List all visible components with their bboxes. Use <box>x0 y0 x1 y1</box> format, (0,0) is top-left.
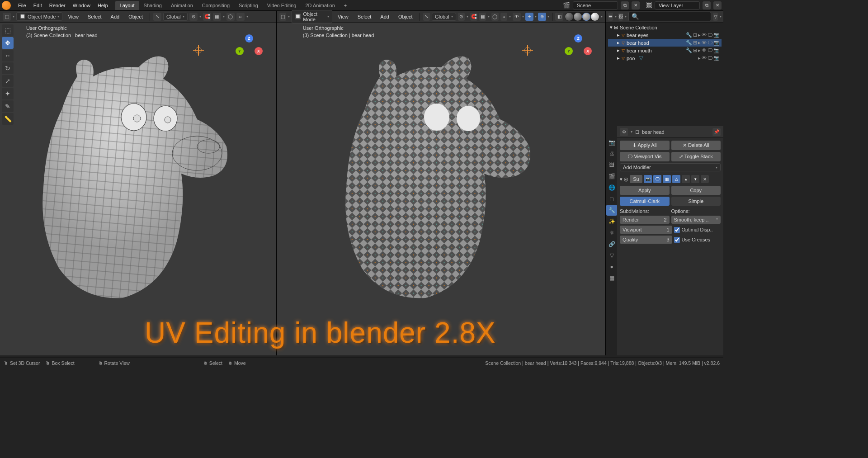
ws-layout[interactable]: Layout <box>115 1 139 10</box>
ptab-world[interactable]: 🌐 <box>606 182 617 193</box>
ws-compositing[interactable]: Compositing <box>198 1 234 10</box>
ws-scripting[interactable]: Scripting <box>234 1 263 10</box>
mode-select[interactable]: 🔲Object Mode▾ <box>292 10 332 24</box>
orientation-icon[interactable]: ⤡ <box>423 13 430 21</box>
snap-target-icon[interactable]: ▦ <box>213 13 221 21</box>
ptab-modifier[interactable]: 🔧 <box>606 205 617 216</box>
simple-button[interactable]: Simple <box>671 197 721 206</box>
ptab-output[interactable]: 🖨 <box>606 148 617 159</box>
add-modifier-dropdown[interactable]: Add Modifier▾ <box>620 163 721 171</box>
copy-button[interactable]: Copy <box>671 186 721 195</box>
filter-icon[interactable]: ▽ <box>713 13 718 21</box>
mod-cage-toggle[interactable]: △ <box>672 175 680 183</box>
nav-gizmo[interactable]: Z Y X <box>565 38 592 65</box>
mode-select[interactable]: 🔲Object Mode▾ <box>16 12 62 21</box>
viewport-vis-button[interactable]: 🖵 Viewport Vis <box>620 152 670 161</box>
viewlayer-field[interactable]: View Layer <box>655 1 700 9</box>
xray-icon[interactable]: ◧ <box>555 13 563 21</box>
mod-edit-toggle[interactable]: ▦ <box>663 175 671 183</box>
mod-render-toggle[interactable]: 📷 <box>644 175 652 183</box>
menu-render[interactable]: Render <box>46 2 69 9</box>
tool-measure[interactable]: 📏 <box>2 113 14 125</box>
blender-logo[interactable] <box>2 1 11 10</box>
outliner-search[interactable] <box>628 12 711 21</box>
viewport-left[interactable]: ⬚ ▾ 🔲Object Mode▾ View Select Add Object… <box>0 11 277 355</box>
ws-2d[interactable]: 2D Animation <box>301 1 339 10</box>
ptab-scene[interactable]: 🎬 <box>606 171 617 182</box>
snap-target-icon[interactable]: ▦ <box>479 13 486 21</box>
outliner-display-icon[interactable]: 🖼 <box>618 13 623 21</box>
catmull-button[interactable]: Catmull-Clark <box>620 197 670 206</box>
axis-z[interactable]: Z <box>245 34 253 42</box>
tool-transform[interactable]: ✦ <box>2 88 14 99</box>
use-creases-check[interactable]: Use Creases <box>674 236 721 244</box>
vp-add[interactable]: Add <box>377 13 393 20</box>
wrench-icon[interactable]: 🔧 <box>686 47 692 53</box>
mod-realtime-toggle[interactable]: 🖵 <box>653 175 661 183</box>
vp-select[interactable]: Select <box>354 13 375 20</box>
axis-z[interactable]: Z <box>574 34 582 42</box>
ptab-constraint[interactable]: 🔗 <box>606 239 617 250</box>
ptab-physics[interactable]: ⚛ <box>606 227 617 238</box>
tree-item-poo[interactable]: ▸▽poo ▽ ▸👁🖵📷 <box>608 54 722 62</box>
wrench-icon[interactable]: 🔧 <box>686 32 692 38</box>
snap-icon[interactable]: 🧲 <box>203 13 211 21</box>
toggle-stack-button[interactable]: ⤢ Toggle Stack <box>671 152 721 161</box>
outliner-type-icon[interactable]: ☰ <box>608 13 613 21</box>
mod-down-button[interactable]: ▾ <box>691 175 699 183</box>
vp-view[interactable]: View <box>334 13 352 20</box>
scene-browse-icon[interactable]: ⧉ <box>621 1 629 9</box>
delete-all-button[interactable]: ✕ Delete All <box>671 141 721 150</box>
ws-video[interactable]: Video Editing <box>263 1 301 10</box>
proportional-icon[interactable]: ◯ <box>491 13 498 21</box>
snap-icon[interactable]: 🧲 <box>470 13 477 21</box>
ptab-material[interactable]: ● <box>606 261 617 272</box>
ptab-object[interactable]: ◻ <box>606 194 617 204</box>
apply-all-button[interactable]: ⬇ Apply All <box>620 141 670 150</box>
tool-scale[interactable]: ⤢ <box>2 75 14 87</box>
orientation-icon[interactable]: ⤡ <box>153 13 161 21</box>
shade-solid-icon[interactable] <box>574 13 582 21</box>
ptab-mesh[interactable]: ▽ <box>606 250 617 261</box>
vp-select[interactable]: Select <box>84 13 105 20</box>
ptab-viewlayer[interactable]: 🖼 <box>606 160 617 170</box>
tool-annotate[interactable]: ✎ <box>2 100 14 112</box>
shade-render-icon[interactable] <box>591 13 599 21</box>
collapse-icon[interactable]: ▾ <box>620 176 623 182</box>
tree-root[interactable]: ▾ ⊞Scene Collection <box>608 24 722 31</box>
axis-y[interactable]: Y <box>565 47 573 55</box>
falloff-icon[interactable]: ⩍ <box>236 13 245 21</box>
modifier-name[interactable]: Su <box>630 175 642 183</box>
view-cam-icon[interactable]: 👁 <box>513 13 521 21</box>
eye-icon[interactable]: 👁 <box>702 40 707 46</box>
mod-up-button[interactable]: ▴ <box>682 175 690 183</box>
mod-delete-button[interactable]: ✕ <box>701 175 709 183</box>
menu-edit[interactable]: Edit <box>30 2 46 9</box>
vp-object[interactable]: Object <box>395 13 416 20</box>
ws-shading[interactable]: Shading <box>139 1 166 10</box>
vp-view[interactable]: View <box>64 13 82 20</box>
tree-item-mouth[interactable]: ▸▽bear mouth 🔧⊞▸👁🖵📷 <box>608 47 722 54</box>
menu-help[interactable]: Help <box>94 2 112 9</box>
orientation-select[interactable]: Global▾ <box>163 13 188 21</box>
viewport-right[interactable]: ⬚ ▾ 🔲Object Mode▾ View Select Add Object… <box>277 11 606 355</box>
ptab-particles[interactable]: ✨ <box>606 216 617 227</box>
quality-field[interactable]: Quality3 <box>620 236 672 244</box>
menu-file[interactable]: File <box>14 2 30 9</box>
gizmo-toggle-icon[interactable]: ✦ <box>525 13 533 21</box>
shading-mode[interactable] <box>565 12 599 21</box>
ws-add[interactable]: + <box>340 1 351 10</box>
camera-icon[interactable]: 📷 <box>713 32 720 38</box>
wrench-icon[interactable]: 🔧 <box>686 40 692 46</box>
tool-select[interactable]: ⬚ <box>2 24 14 36</box>
pivot-icon[interactable]: ⊙ <box>189 13 198 21</box>
optimal-display-check[interactable]: Optimal Disp.. <box>674 226 721 234</box>
overlay-toggle-icon[interactable]: ⊕ <box>538 13 546 21</box>
uv-smooth-field[interactable]: Smooth, keep ..▾ <box>671 216 721 224</box>
axis-x[interactable]: X <box>255 47 263 55</box>
editor-type-icon[interactable]: ⬚ <box>3 13 11 21</box>
falloff-icon[interactable]: ⩍ <box>500 13 507 21</box>
tool-cursor[interactable]: ✥ <box>2 37 14 49</box>
menu-window[interactable]: Window <box>69 2 94 9</box>
apply-button[interactable]: Apply <box>620 186 670 195</box>
